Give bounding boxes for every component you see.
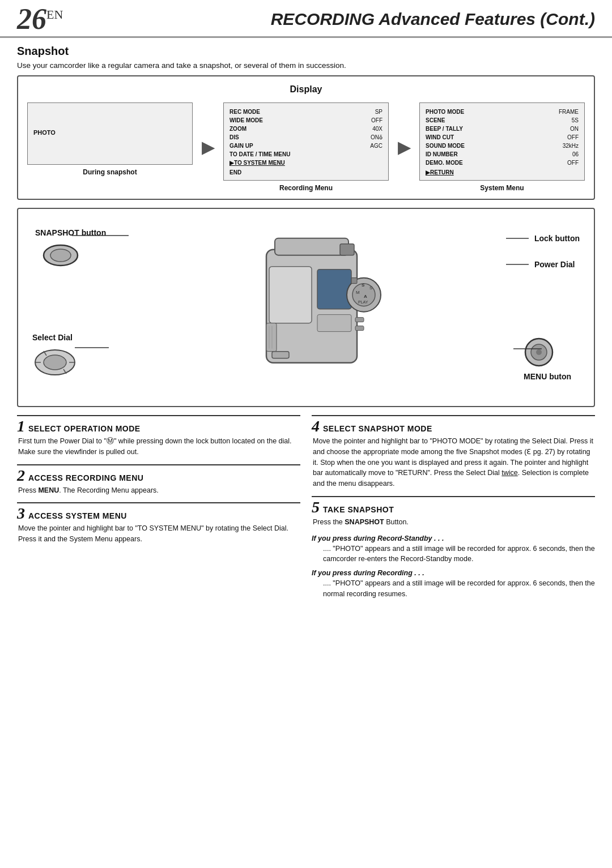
snapshot-button-icon: [41, 243, 106, 270]
step-4-body: Move the pointer and highlight bar to "P…: [312, 436, 595, 489]
steps-container: 1 SELECT OPERATION MODE First turn the P…: [17, 415, 595, 604]
panel-caption-1: Recording Menu: [279, 184, 333, 192]
note-1-body: .... "PHOTO" appears and a still image w…: [312, 544, 595, 565]
lock-button-row: Lock button: [506, 234, 580, 243]
svg-rect-29: [272, 352, 289, 358]
svg-text:S: S: [362, 283, 365, 288]
menu-button-icon: [524, 337, 555, 368]
menu-row: WIND CUT OFF: [426, 133, 579, 142]
menu-button-label: MENU buton: [524, 372, 571, 381]
note-2-body: .... "PHOTO" appears and a still image w…: [312, 578, 595, 600]
lock-power-label-area: Lock button Power Dial: [506, 234, 580, 269]
menu-val: FRAME: [559, 108, 579, 116]
step-5-body: Press the SNAPSHOT Button.: [312, 517, 595, 528]
svg-rect-35: [355, 326, 364, 331]
panel-caption-0: During snapshot: [83, 168, 137, 176]
step-5-title: TAKE SNAPSHOT: [323, 505, 394, 514]
display-panels: PHOTO During snapshot ▶ REC MODE SP WIDE…: [27, 102, 585, 192]
step-3-title: ACCESS SYSTEM MENU: [28, 511, 127, 520]
note-1-title: If you press during Record-Standby . . .: [312, 535, 595, 542]
svg-point-1: [50, 249, 71, 262]
menu-val: OFF: [371, 116, 382, 125]
svg-rect-17: [275, 238, 348, 255]
step-1-number: 1: [17, 418, 25, 434]
menu-row: DEMO. MODE OFF: [426, 159, 579, 167]
menu-row: ID NUMBER 06: [426, 150, 579, 159]
panel-during-snapshot: PHOTO During snapshot: [27, 102, 193, 176]
svg-point-14: [536, 349, 542, 355]
menu-val: SP: [375, 108, 382, 116]
menu-key: BEEP / TALLY: [426, 125, 463, 133]
step-4: 4 SELECT SNAPSHOT MODE Move the pointer …: [312, 415, 595, 489]
menu-row: SOUND MODE 32kHz: [426, 142, 579, 150]
svg-rect-34: [355, 318, 364, 322]
connector-menu: [513, 348, 542, 349]
page-header: 26EN RECORDING Advanced Features (Cont.): [0, 0, 612, 38]
menu-button-area: MENU buton: [524, 337, 571, 381]
menu-end-label: END: [230, 169, 382, 176]
step-3-header: 3 ACCESS SYSTEM MENU: [17, 506, 300, 521]
step-3: 3 ACCESS SYSTEM MENU Move the pointer an…: [17, 502, 300, 545]
panel-system-menu: PHOTO MODE FRAME SCENE 5S BEEP / TALLY O…: [419, 102, 585, 192]
step-2-title: ACCESS RECORDING MENU: [28, 473, 143, 482]
note-2: If you press during Recording . . . ....…: [312, 569, 595, 600]
menu-val: OFF: [567, 159, 579, 167]
menu-row: SCENE 5S: [426, 116, 579, 125]
camera-svg: S S M A PLAY: [210, 221, 402, 386]
svg-rect-28: [351, 278, 357, 284]
connector-power: [506, 264, 529, 265]
system-menu-table: PHOTO MODE FRAME SCENE 5S BEEP / TALLY O…: [426, 108, 579, 167]
step-3-body: Move the pointer and highlight bar to "T…: [17, 523, 300, 545]
menu-row: PHOTO MODE FRAME: [426, 108, 579, 116]
menu-key: DEMO. MODE: [426, 159, 463, 167]
step-5-header: 5 TAKE SNAPSHOT: [312, 499, 595, 515]
menu-key: SOUND MODE: [426, 142, 465, 150]
section-title: Snapshot: [17, 45, 595, 58]
menu-val: OFF: [567, 133, 579, 142]
step-1-header: 1 SELECT OPERATION MODE: [17, 418, 300, 434]
menu-key: TO DATE / TIME MENU: [230, 150, 290, 159]
note-1: If you press during Record-Standby . . .…: [312, 535, 595, 565]
menu-val: 5S: [572, 116, 579, 125]
display-title: Display: [27, 84, 585, 95]
photo-label: PHOTO: [33, 129, 56, 136]
menu-val: ON: [570, 125, 579, 133]
snapshot-label-area: SNAPSHOT button: [35, 228, 106, 270]
menu-key: DIS: [230, 133, 239, 142]
menu-key: REC MODE: [230, 108, 260, 116]
svg-point-4: [44, 355, 66, 370]
panel-box-recording: REC MODE SP WIDE MODE OFF ZOOM 40X DIS: [223, 102, 389, 181]
svg-text:A: A: [364, 294, 367, 299]
menu-row: BEEP / TALLY ON: [426, 125, 579, 133]
panel-caption-2: System Menu: [480, 184, 524, 192]
select-dial-label: Select Dial: [32, 333, 78, 342]
display-box: Display PHOTO During snapshot ▶ REC MODE…: [17, 75, 595, 200]
step-2-body: Press MENU. The Recording Menu appears.: [17, 485, 300, 496]
power-dial-row: Power Dial: [506, 260, 580, 269]
menu-row: GAIN UP AGC: [230, 142, 382, 150]
connector-dial: [75, 347, 120, 348]
step-1: 1 SELECT OPERATION MODE First turn the P…: [17, 415, 300, 457]
svg-rect-18: [269, 267, 312, 323]
menu-row: DIS ONǒ: [230, 133, 382, 142]
connector-lock: [506, 238, 529, 239]
menu-val: 32kHz: [563, 142, 579, 150]
svg-text:M: M: [356, 290, 360, 295]
menu-row: WIDE MODE OFF: [230, 116, 382, 125]
menu-key: WIND CUT: [426, 133, 454, 142]
page-number: 26EN: [17, 5, 63, 34]
panel-box-photo: PHOTO: [27, 102, 193, 165]
panel-recording-menu: REC MODE SP WIDE MODE OFF ZOOM 40X DIS: [223, 102, 389, 192]
menu-row: TO DATE / TIME MENU: [230, 150, 382, 159]
select-dial-area: Select Dial: [32, 333, 78, 381]
menu-key: SCENE: [426, 116, 445, 125]
menu-val: AGC: [370, 142, 382, 150]
step-4-number: 4: [312, 418, 320, 434]
svg-rect-33: [317, 315, 351, 332]
menu-key-highlight: ▶TO SYSTEM MENU: [230, 159, 285, 167]
step-2: 2 ACCESS RECORDING MENU Press MENU. The …: [17, 464, 300, 496]
intro-text: Use your camcorder like a regular camera…: [17, 61, 595, 70]
menu-key: ZOOM: [230, 125, 246, 133]
menu-row: ▶TO SYSTEM MENU: [230, 159, 382, 167]
recording-menu-table: REC MODE SP WIDE MODE OFF ZOOM 40X DIS: [230, 108, 382, 167]
